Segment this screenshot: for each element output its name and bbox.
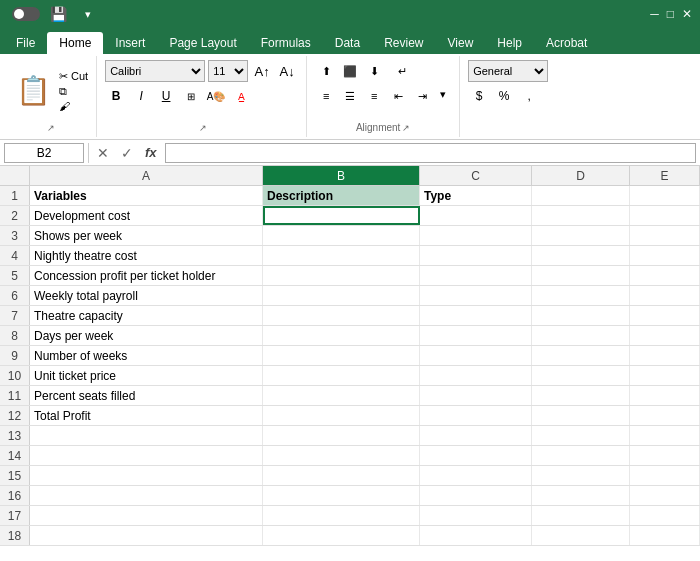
cell-d3[interactable] (532, 226, 630, 245)
cell-b6[interactable] (263, 286, 420, 305)
percent-button[interactable]: % (493, 85, 515, 107)
clipboard-expand-icon[interactable]: ↗ (47, 123, 55, 133)
row-number[interactable]: 15 (0, 466, 30, 485)
format-painter-button[interactable]: 🖌 (59, 100, 88, 112)
cell-b15[interactable] (263, 466, 420, 485)
cell-d16[interactable] (532, 486, 630, 505)
row-number[interactable]: 4 (0, 246, 30, 265)
cell-c16[interactable] (420, 486, 532, 505)
tab-view[interactable]: View (436, 32, 486, 54)
tab-acrobat[interactable]: Acrobat (534, 32, 599, 54)
cell-a4[interactable]: Nightly theatre cost (30, 246, 263, 265)
cell-e16[interactable] (630, 486, 700, 505)
cell-e12[interactable] (630, 406, 700, 425)
cell-d6[interactable] (532, 286, 630, 305)
row-number[interactable]: 13 (0, 426, 30, 445)
border-button[interactable]: ⊞ (180, 85, 202, 107)
row-number[interactable]: 16 (0, 486, 30, 505)
row-number[interactable]: 2 (0, 206, 30, 225)
merge-center-button[interactable]: ▾ (435, 85, 451, 107)
cell-c12[interactable] (420, 406, 532, 425)
paste-button[interactable]: 📋 (12, 75, 55, 107)
font-grow-button[interactable]: A↑ (251, 60, 273, 82)
tab-help[interactable]: Help (485, 32, 534, 54)
cell-d17[interactable] (532, 506, 630, 525)
cell-a6[interactable]: Weekly total payroll (30, 286, 263, 305)
cell-a1[interactable]: Variables (30, 186, 263, 205)
close-icon[interactable]: ✕ (682, 7, 692, 21)
cell-e11[interactable] (630, 386, 700, 405)
cell-a2[interactable]: Development cost (30, 206, 263, 225)
align-right-button[interactable]: ≡ (363, 85, 385, 107)
row-number[interactable]: 10 (0, 366, 30, 385)
row-number[interactable]: 17 (0, 506, 30, 525)
cell-a7[interactable]: Theatre capacity (30, 306, 263, 325)
cell-d15[interactable] (532, 466, 630, 485)
cell-c2[interactable] (420, 206, 532, 225)
tab-insert[interactable]: Insert (103, 32, 157, 54)
cut-button[interactable]: ✂ Cut (59, 70, 88, 83)
cell-a16[interactable] (30, 486, 263, 505)
autosave-toggle[interactable] (12, 7, 40, 21)
cell-d14[interactable] (532, 446, 630, 465)
cell-a11[interactable]: Percent seats filled (30, 386, 263, 405)
cell-b12[interactable] (263, 406, 420, 425)
align-bottom-button[interactable]: ⬇ (363, 60, 385, 82)
cell-d4[interactable] (532, 246, 630, 265)
underline-button[interactable]: U (155, 85, 177, 107)
cell-b4[interactable] (263, 246, 420, 265)
cell-b10[interactable] (263, 366, 420, 385)
cell-b9[interactable] (263, 346, 420, 365)
cell-b3[interactable] (263, 226, 420, 245)
cell-a14[interactable] (30, 446, 263, 465)
cell-e15[interactable] (630, 466, 700, 485)
cell-c17[interactable] (420, 506, 532, 525)
cell-c13[interactable] (420, 426, 532, 445)
font-shrink-button[interactable]: A↓ (276, 60, 298, 82)
tab-page-layout[interactable]: Page Layout (157, 32, 248, 54)
font-size-select[interactable]: 11 (208, 60, 248, 82)
cell-d1[interactable] (532, 186, 630, 205)
cell-e7[interactable] (630, 306, 700, 325)
cell-c7[interactable] (420, 306, 532, 325)
align-top-button[interactable]: ⬆ (315, 60, 337, 82)
row-number[interactable]: 14 (0, 446, 30, 465)
cell-c15[interactable] (420, 466, 532, 485)
cell-e1[interactable] (630, 186, 700, 205)
row-number[interactable]: 1 (0, 186, 30, 205)
cell-d5[interactable] (532, 266, 630, 285)
minimize-icon[interactable]: ─ (650, 7, 659, 21)
cell-b5[interactable] (263, 266, 420, 285)
col-header-b[interactable]: B (263, 166, 420, 185)
font-expand-icon[interactable]: ↗ (199, 123, 207, 133)
cell-a17[interactable] (30, 506, 263, 525)
font-family-select[interactable]: Calibri (105, 60, 205, 82)
cell-a10[interactable]: Unit ticket price (30, 366, 263, 385)
cell-d10[interactable] (532, 366, 630, 385)
cell-e4[interactable] (630, 246, 700, 265)
alignment-expand-icon[interactable]: ↗ (402, 123, 410, 133)
cell-c18[interactable] (420, 526, 532, 545)
row-number[interactable]: 5 (0, 266, 30, 285)
row-number[interactable]: 3 (0, 226, 30, 245)
cell-d12[interactable] (532, 406, 630, 425)
cell-e10[interactable] (630, 366, 700, 385)
col-header-d[interactable]: D (532, 166, 630, 185)
row-number[interactable]: 11 (0, 386, 30, 405)
number-format-select[interactable]: General (468, 60, 548, 82)
tab-file[interactable]: File (4, 32, 47, 54)
cell-c4[interactable] (420, 246, 532, 265)
cell-b2[interactable] (263, 206, 420, 225)
cell-d11[interactable] (532, 386, 630, 405)
cell-b1[interactable]: Description (263, 186, 420, 205)
cell-a15[interactable] (30, 466, 263, 485)
cell-b11[interactable] (263, 386, 420, 405)
formula-cancel-icon[interactable]: ✕ (93, 145, 113, 161)
tab-home[interactable]: Home (47, 32, 103, 54)
col-header-c[interactable]: C (420, 166, 532, 185)
currency-button[interactable]: $ (468, 85, 490, 107)
row-number[interactable]: 6 (0, 286, 30, 305)
col-header-a[interactable]: A (30, 166, 263, 185)
cell-d13[interactable] (532, 426, 630, 445)
cell-b13[interactable] (263, 426, 420, 445)
